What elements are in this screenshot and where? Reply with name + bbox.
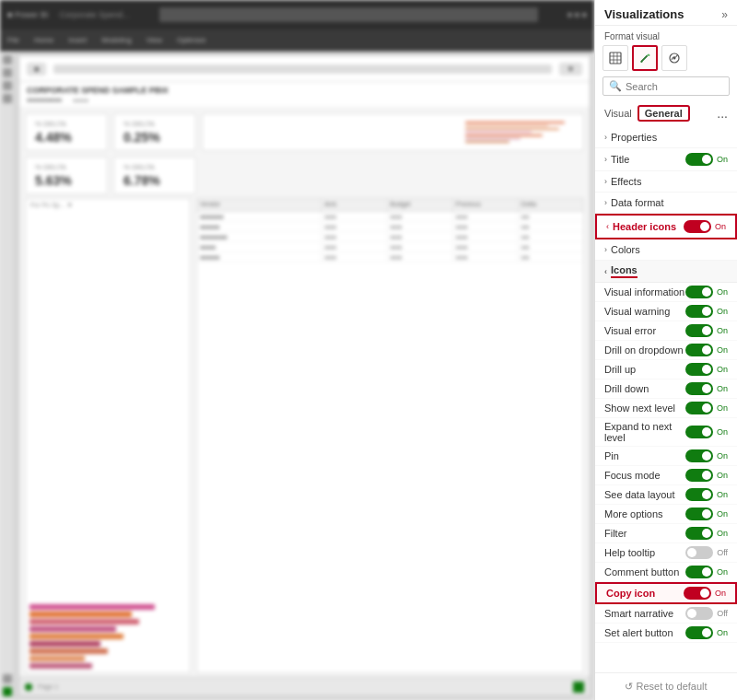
bar-chart-left: For Po Sp... ▼	[25, 198, 191, 673]
panel-title: Visualizations	[604, 7, 684, 21]
file-name: Corporate Spend...	[59, 10, 129, 19]
bottom-bar: Page 1	[19, 677, 590, 695]
header-icons-section[interactable]: ‹ Header icons On	[595, 214, 737, 239]
colors-label: Colors	[611, 244, 640, 255]
comment-button-toggle[interactable]: On	[685, 566, 728, 578]
header-icons-chevron: ‹	[606, 222, 609, 231]
drill-up-toggle[interactable]: On	[685, 363, 728, 376]
search-box[interactable]: 🔍	[602, 76, 730, 96]
more-options-toggle[interactable]: On	[685, 508, 728, 520]
search-input[interactable]	[626, 81, 723, 92]
dash-title: CORPORATE SPEND SAMPLE PBIX	[27, 86, 582, 95]
collapse-icon[interactable]: »	[721, 8, 728, 21]
icon-smart-narrative[interactable]: Smart narrative Off	[595, 604, 737, 624]
card-1: % DELTA 4.48%	[25, 113, 108, 151]
effects-chevron: ›	[604, 177, 607, 186]
visual-error-toggle[interactable]: On	[685, 324, 728, 337]
reset-to-default-btn[interactable]: ↺ Reset to default	[595, 672, 737, 700]
icon-pin-label: Pin	[604, 450, 685, 461]
icon-show-next-level[interactable]: Show next level On	[595, 399, 737, 418]
table-format-btn[interactable]	[602, 45, 628, 71]
icon-see-data-layout-label: See data layout	[604, 489, 685, 500]
data-format-section[interactable]: › Data format	[595, 192, 737, 214]
icon-visual-warning[interactable]: Visual warning On	[595, 302, 737, 321]
svg-point-7	[673, 57, 676, 60]
icon-help-tooltip-label: Help tooltip	[604, 547, 685, 558]
visual-general-row: Visual General ...	[595, 101, 737, 127]
visual-tab-label[interactable]: Visual	[604, 108, 632, 119]
icon-focus-mode-label: Focus mode	[604, 470, 685, 481]
expand-to-next-level-toggle[interactable]: On	[685, 426, 728, 438]
set-alert-button-toggle[interactable]: On	[685, 626, 728, 639]
colors-chevron: ›	[604, 245, 607, 254]
effects-section[interactable]: › Effects	[595, 171, 737, 192]
icon-set-alert-button[interactable]: Set alert button On	[595, 624, 737, 643]
icon-set-alert-button-label: Set alert button	[604, 627, 685, 638]
icon-pin[interactable]: Pin On	[595, 447, 737, 466]
svg-point-5	[641, 61, 643, 63]
svg-rect-0	[610, 52, 621, 64]
properties-section[interactable]: › Properties	[595, 127, 737, 148]
header-icons-toggle-track	[684, 220, 711, 233]
icon-visual-information[interactable]: Visual information On	[595, 283, 737, 302]
colors-section[interactable]: › Colors	[595, 239, 737, 261]
icon-drill-up[interactable]: Drill up On	[595, 360, 737, 379]
nav-square	[573, 682, 584, 693]
show-next-level-toggle[interactable]: On	[685, 402, 728, 414]
icon-drill-on-dropdown-label: Drill on dropdown	[604, 344, 685, 356]
visual-information-toggle[interactable]: On	[685, 286, 728, 298]
icon-see-data-layout[interactable]: See data layout On	[595, 485, 737, 505]
properties-chevron: ›	[604, 133, 607, 142]
panel-header: Visualizations »	[595, 0, 737, 26]
icon-comment-button[interactable]: Comment button On	[595, 563, 737, 582]
dash-header-pill1: ■	[27, 63, 46, 76]
smart-narrative-toggle[interactable]: Off	[685, 607, 728, 620]
icon-expand-to-next-level[interactable]: Expand to next level On	[595, 418, 737, 447]
icon-expand-to-next-level-label: Expand to next level	[604, 421, 685, 443]
icon-copy-icon-label: Copy icon	[606, 588, 684, 599]
icon-visual-error[interactable]: Visual error On	[595, 321, 737, 341]
header-icons-toggle[interactable]: On	[684, 220, 726, 233]
focus-mode-toggle[interactable]: On	[685, 469, 728, 482]
analytics-format-btn[interactable]	[661, 45, 687, 71]
card-4: % DELTA 6.78%	[113, 157, 196, 194]
icon-drill-down[interactable]: Drill down On	[595, 379, 737, 399]
general-badge[interactable]: General	[638, 105, 690, 122]
title-toggle-track	[685, 153, 713, 166]
more-options-btn[interactable]: ...	[717, 106, 728, 121]
icon-copy-icon[interactable]: Copy icon On	[595, 582, 737, 604]
card-3: % DELTA 5.63%	[25, 157, 108, 194]
format-icons-row	[595, 45, 737, 76]
icon-focus-mode[interactable]: Focus mode On	[595, 466, 737, 485]
see-data-layout-toggle[interactable]: On	[685, 488, 728, 501]
panel-scroll-area[interactable]: › Properties › Title On › Effects	[595, 127, 737, 672]
copy-icon-toggle[interactable]: On	[684, 587, 726, 600]
title-section[interactable]: › Title On	[595, 148, 737, 171]
icon-drill-up-label: Drill up	[604, 364, 685, 375]
header-icons-label: Header icons	[613, 221, 676, 232]
title-label: Title	[611, 154, 629, 165]
pin-toggle[interactable]: On	[685, 449, 728, 462]
drill-on-dropdown-toggle[interactable]: On	[685, 344, 728, 356]
format-visual-label: Format visual	[595, 26, 737, 45]
visualizations-panel: Visualizations » Format visual	[594, 0, 737, 700]
app-name: ■ Power BI	[7, 10, 48, 19]
properties-label: Properties	[611, 132, 657, 143]
icon-visual-information-label: Visual information	[604, 286, 685, 298]
icon-show-next-level-label: Show next level	[604, 402, 685, 414]
icon-drill-on-dropdown[interactable]: Drill on dropdown On	[595, 341, 737, 360]
filter-toggle[interactable]: On	[685, 527, 728, 540]
help-tooltip-toggle[interactable]: Off	[685, 546, 728, 559]
paint-format-btn[interactable]	[632, 45, 658, 71]
icon-smart-narrative-label: Smart narrative	[604, 608, 685, 619]
icons-section-label: Icons	[611, 264, 638, 278]
visual-warning-toggle[interactable]: On	[685, 305, 728, 318]
icons-section-chevron: ‹	[604, 267, 607, 276]
title-toggle-label: On	[717, 155, 728, 164]
icon-more-options[interactable]: More options On	[595, 505, 737, 524]
title-toggle[interactable]: On	[685, 153, 728, 166]
icon-filter[interactable]: Filter On	[595, 524, 737, 543]
data-format-chevron: ›	[604, 198, 607, 207]
icon-help-tooltip[interactable]: Help tooltip Off	[595, 543, 737, 563]
drill-down-toggle[interactable]: On	[685, 382, 728, 395]
